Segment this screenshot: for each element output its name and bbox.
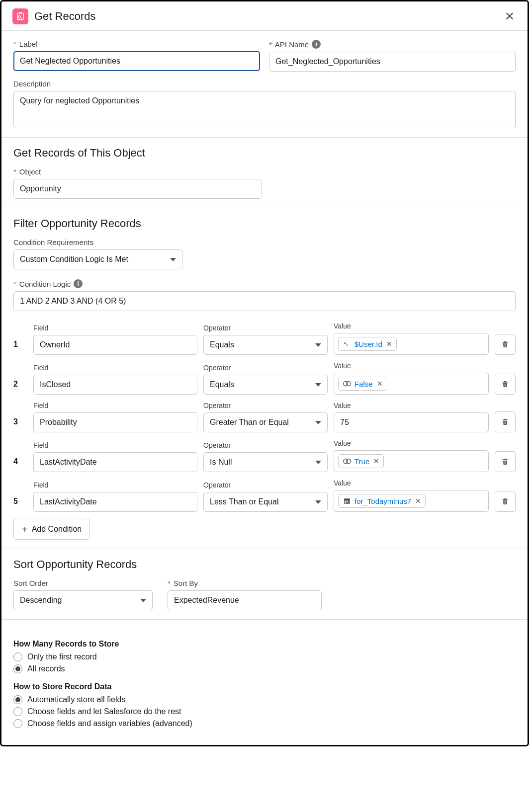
value-input[interactable]: False ✕ xyxy=(334,373,489,395)
value-input[interactable]: 75 xyxy=(334,412,489,432)
object-input[interactable]: Opportunity xyxy=(13,179,262,199)
sort-section-title: Sort Opportunity Records xyxy=(13,558,516,571)
field-label: Field xyxy=(33,364,197,372)
condition-number: 2 xyxy=(13,380,27,395)
object-section: Get Records of This Object Object Opport… xyxy=(1,138,528,208)
field-input[interactable]: LastActivityDate xyxy=(33,492,197,512)
operator-label: Operator xyxy=(203,402,328,409)
field-label: Field xyxy=(33,441,197,449)
delete-condition-button[interactable] xyxy=(495,411,516,432)
svg-point-9 xyxy=(347,459,351,464)
condition-number: 3 xyxy=(13,417,27,432)
how-many-option[interactable]: Only the first record xyxy=(13,652,516,661)
radio-label: Choose fields and let Salesforce do the … xyxy=(27,707,181,716)
svg-point-7 xyxy=(347,382,351,386)
condition-row: 4 Field LastActivityDate Operator Is Nul… xyxy=(13,439,516,472)
field-label: Field xyxy=(33,481,197,489)
radio-icon xyxy=(13,707,22,716)
value-input[interactable]: Aa $User.Id ✕ xyxy=(334,333,489,355)
field-input[interactable]: OwnerId xyxy=(33,335,197,355)
how-many-label: How Many Records to Store xyxy=(13,640,516,649)
operator-select[interactable]: Equals xyxy=(203,375,328,395)
remove-pill-icon[interactable]: ✕ xyxy=(415,497,421,505)
apiname-input[interactable]: Get_Neglected_Opportunities xyxy=(269,52,516,72)
condition-row: 5 Field LastActivityDate Operator Less T… xyxy=(13,479,516,512)
cond-req-select[interactable]: Custom Condition Logic Is Met xyxy=(13,249,182,269)
sort-by-input[interactable]: ExpectedRevenue xyxy=(168,590,322,610)
value-input[interactable]: True ✕ xyxy=(334,450,489,472)
apiname-field-label: API Name i xyxy=(269,40,516,49)
value-pill[interactable]: Aa $User.Id ✕ xyxy=(338,337,397,351)
radio-label: Choose fields and assign variables (adva… xyxy=(27,719,192,728)
info-icon[interactable]: i xyxy=(74,279,83,288)
text-icon: Aa xyxy=(343,339,352,348)
operator-label: Operator xyxy=(203,481,328,489)
svg-line-3 xyxy=(20,18,22,19)
how-store-option[interactable]: Automatically store all fields xyxy=(13,695,516,704)
sort-order-select[interactable]: Descending xyxy=(13,590,153,610)
remove-pill-icon[interactable]: ✕ xyxy=(386,340,392,348)
delete-condition-button[interactable] xyxy=(495,374,516,395)
delete-condition-button[interactable] xyxy=(495,334,516,355)
how-many-option[interactable]: All records xyxy=(13,664,516,673)
object-label: Object xyxy=(13,167,516,176)
svg-rect-1 xyxy=(19,12,22,14)
value-pill[interactable]: for_Todayminus7 ✕ xyxy=(338,494,426,508)
modal-title: Get Records xyxy=(34,10,96,23)
operator-label: Operator xyxy=(203,364,328,372)
get-records-icon xyxy=(12,8,28,24)
value-input[interactable]: for_Todayminus7 ✕ xyxy=(334,490,489,512)
value-pill[interactable]: False ✕ xyxy=(338,377,387,391)
svg-rect-13 xyxy=(347,501,348,502)
field-input[interactable]: IsClosed xyxy=(33,375,197,395)
condition-row: 2 Field IsClosed Operator Equals Value F… xyxy=(13,362,516,395)
radio-icon xyxy=(13,695,22,704)
field-input[interactable]: Probability xyxy=(33,412,197,432)
label-input[interactable]: Get Neglected Opportunities xyxy=(13,51,260,71)
storage-section: How Many Records to Store Only the first… xyxy=(1,620,528,745)
svg-rect-14 xyxy=(345,502,346,503)
operator-label: Operator xyxy=(203,324,328,332)
radio-label: All records xyxy=(27,664,65,673)
field-input[interactable]: LastActivityDate xyxy=(33,452,197,472)
operator-select[interactable]: Greater Than or Equal xyxy=(203,412,328,432)
identity-section: Label Get Neglected Opportunities API Na… xyxy=(1,31,528,138)
operator-select[interactable]: Equals xyxy=(203,335,328,355)
delete-condition-button[interactable] xyxy=(495,451,516,472)
radio-label: Only the first record xyxy=(27,652,97,661)
radio-icon xyxy=(13,652,22,661)
close-button[interactable]: ✕ xyxy=(503,9,517,23)
value-pill[interactable]: True ✕ xyxy=(338,454,384,468)
operator-select[interactable]: Is Null xyxy=(203,452,328,472)
cond-logic-input[interactable]: 1 AND 2 AND 3 AND (4 OR 5) xyxy=(13,291,516,311)
filter-section: Filter Opportunity Records Condition Req… xyxy=(1,208,528,549)
how-store-option[interactable]: Choose fields and assign variables (adva… xyxy=(13,719,516,728)
chevron-down-icon xyxy=(315,343,321,347)
how-store-option[interactable]: Choose fields and let Salesforce do the … xyxy=(13,707,516,716)
get-records-modal: Get Records ✕ Label Get Neglected Opport… xyxy=(0,0,529,746)
value-label: Value xyxy=(334,322,489,330)
chevron-down-icon xyxy=(315,500,321,504)
value-label: Value xyxy=(334,439,489,447)
svg-rect-11 xyxy=(344,498,350,500)
svg-point-2 xyxy=(18,16,21,18)
delete-condition-button[interactable] xyxy=(495,491,516,512)
sort-section: Sort Opportunity Records Sort Order Desc… xyxy=(1,549,528,620)
value-text: for_Todayminus7 xyxy=(354,497,411,505)
remove-pill-icon[interactable]: ✕ xyxy=(373,457,379,465)
description-label: Description xyxy=(13,80,516,88)
chevron-down-icon xyxy=(315,383,321,387)
info-icon[interactable]: i xyxy=(312,40,321,49)
description-textarea[interactable]: Query for neglected Opportunities xyxy=(13,91,516,128)
sort-by-label: Sort By xyxy=(168,579,322,587)
modal-header: Get Records ✕ xyxy=(1,1,528,31)
chevron-down-icon xyxy=(170,258,176,261)
condition-number: 5 xyxy=(13,497,27,512)
operator-select[interactable]: Less Than or Equal xyxy=(203,492,328,512)
chevron-down-icon xyxy=(315,461,321,464)
value-label: Value xyxy=(334,362,489,370)
add-condition-button[interactable]: + Add Condition xyxy=(13,519,90,540)
condition-number: 1 xyxy=(13,340,27,355)
operator-label: Operator xyxy=(203,441,328,449)
remove-pill-icon[interactable]: ✕ xyxy=(377,380,383,388)
